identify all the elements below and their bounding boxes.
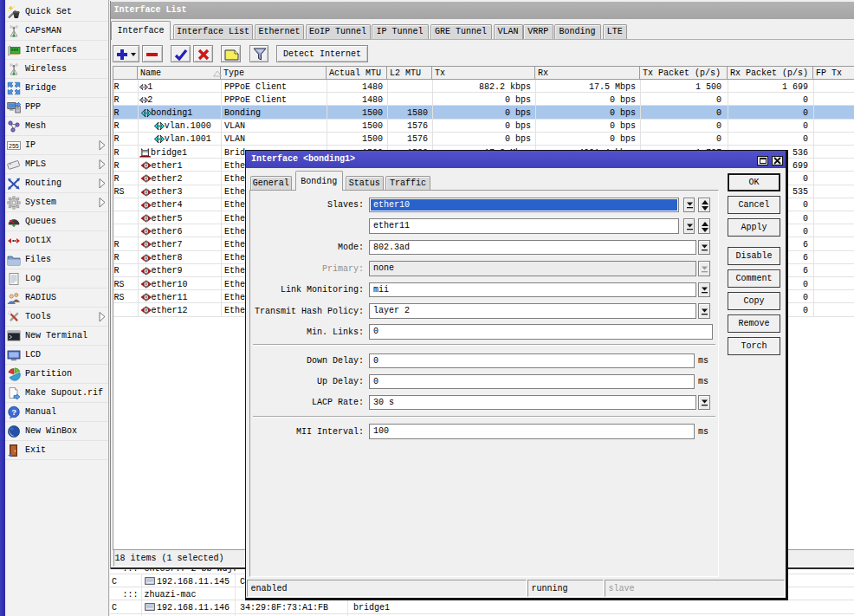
svg-text:255: 255: [9, 143, 19, 149]
svg-text:?: ?: [11, 407, 16, 417]
